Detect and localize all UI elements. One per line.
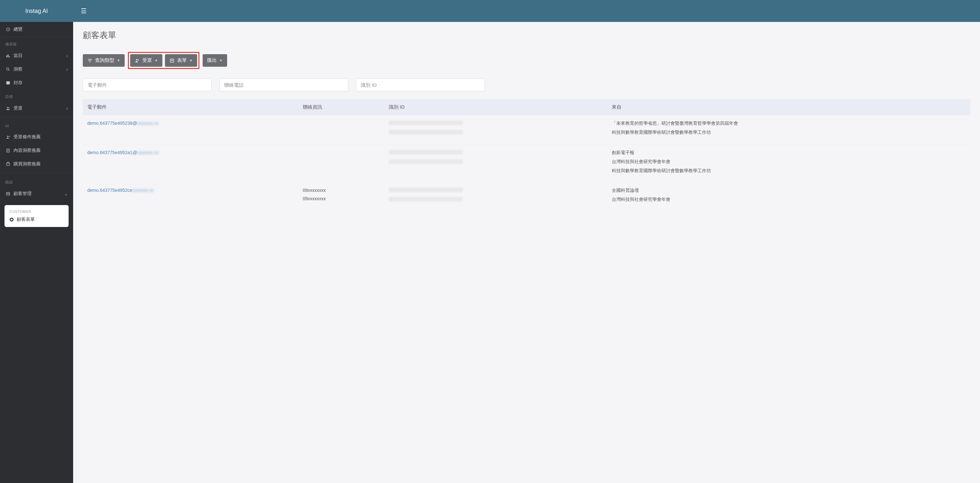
filter-icon [87, 58, 92, 63]
chevron-right-icon: › [66, 53, 68, 58]
sidebar-item-overview[interactable]: 總覽 [0, 22, 73, 37]
from-line: 「未來教育的哲學省思」研討會暨臺灣教育哲學學會第四屆年會 [612, 121, 966, 126]
sidebar-item-label: 總覽 [14, 26, 22, 32]
svg-point-14 [136, 59, 137, 60]
users-icon [5, 106, 11, 111]
caret-down-icon: ▼ [154, 59, 158, 62]
sidebar-item-label: 內容洞察推薦 [14, 148, 41, 153]
button-label: 查詢類型 [95, 57, 115, 64]
search-icon [5, 67, 11, 72]
sidebar-section-module: 模組 [0, 175, 73, 187]
email-filter-input[interactable] [83, 79, 212, 91]
brand-logo: Instag AI [0, 0, 73, 22]
from-line: 全國科普論壇 [612, 188, 966, 193]
sidebar-item-label: 洞察 [14, 67, 22, 72]
svg-point-8 [8, 107, 10, 108]
topbar: ☰ [73, 0, 980, 22]
sidebar: Instag AI 總覽 儀表板 當日 › 洞察 [0, 0, 73, 483]
caret-down-icon: ▼ [117, 59, 120, 62]
redacted [389, 130, 463, 134]
redacted [389, 121, 463, 125]
from-line: 台灣科技與社會研究學會年會 [612, 197, 966, 202]
svg-rect-11 [6, 163, 10, 166]
sidebar-section-dashboard: 儀表板 [0, 37, 73, 49]
from-cell: 全國科普論壇台灣科技與社會研究學會年會 [607, 182, 970, 212]
sidebar-item-archive[interactable]: 封存 [0, 76, 73, 90]
cart-icon [5, 162, 11, 166]
email-link[interactable]: demo.643775e495238@ [87, 121, 137, 126]
sidebar-section-goal: 目標 [0, 90, 73, 102]
svg-rect-1 [6, 56, 7, 57]
caret-down-icon: ▼ [189, 59, 192, 62]
divider [0, 173, 73, 173]
sidebar-item-insight[interactable]: 洞察 › [0, 62, 73, 76]
table-row: demo.643775e495238@xxxxxxx.xx「未來教育的哲學省思」… [83, 115, 970, 145]
caret-down-icon: ▼ [220, 59, 223, 62]
customer-table: 電子郵件 聯絡資訊 識別 ID 來自 demo.643775e495238@xx… [83, 99, 970, 212]
from-line: 創新電子報 [612, 150, 966, 156]
redacted: xxxxxxx.xx [137, 121, 159, 126]
sidebar-item-today[interactable]: 當日 › [0, 49, 73, 62]
email-link[interactable]: demo.643775e4952a1@ [87, 150, 137, 155]
from-line: 台灣科技與社會研究學會年會 [612, 159, 966, 165]
page-title: 顧客表單 [83, 30, 970, 41]
id-cell [384, 145, 607, 182]
sidebar-item-content-rec[interactable]: 內容洞察推薦 [0, 144, 73, 157]
sidebar-item-customer-form[interactable]: 顧客表單 [10, 217, 64, 223]
audience-button[interactable]: 受眾 ▼ [130, 54, 162, 67]
col-contact: 聯絡資訊 [298, 99, 384, 115]
redacted: xxxxxxx.xx [137, 150, 159, 155]
email-link[interactable]: demo.643775e4952ce [87, 188, 132, 193]
sidebar-item-audience[interactable]: 受眾 › [0, 102, 73, 115]
chevron-down-icon: ⌄ [64, 191, 68, 196]
sidebar-item-label: 封存 [14, 80, 22, 86]
id-card-icon [5, 191, 11, 196]
contact-cell [298, 115, 384, 145]
form-button[interactable]: 表單 ▼ [165, 54, 197, 67]
users-icon [135, 58, 140, 63]
contact-cell [298, 145, 384, 182]
svg-point-9 [7, 136, 8, 137]
active-dot-icon [10, 218, 14, 222]
subcard-label: CUSTOMER [10, 210, 64, 214]
svg-rect-2 [8, 54, 8, 57]
archive-icon [5, 81, 11, 85]
sidebar-item-label: 受眾 [14, 105, 22, 111]
query-type-button[interactable]: 查詢類型 ▼ [83, 54, 125, 67]
from-line: 科技與數學教育國際學術研討會暨數學教學工作坊 [612, 130, 966, 135]
document-icon [5, 148, 11, 153]
sidebar-item-label: 當日 [14, 53, 22, 59]
hamburger-icon[interactable]: ☰ [81, 7, 87, 15]
sidebar-section-ai: AI [0, 119, 73, 130]
svg-rect-3 [9, 56, 10, 57]
form-icon [169, 58, 175, 63]
col-email: 電子郵件 [83, 99, 298, 115]
toolbar: 查詢類型 ▼ 受眾 ▼ 表單 [83, 52, 970, 69]
from-line: 科技與數學教育國際學術研討會暨數學教學工作坊 [612, 168, 966, 174]
sidebar-item-customer-mgmt[interactable]: 顧客管理 ⌄ [0, 187, 73, 201]
id-filter-input[interactable] [356, 79, 485, 91]
highlighted-buttons: 受眾 ▼ 表單 ▼ [128, 52, 199, 69]
filter-row [83, 79, 970, 91]
svg-rect-5 [6, 82, 10, 84]
sidebar-subcard: CUSTOMER 顧客表單 [5, 205, 68, 227]
sidebar-item-label: 受眾條件推薦 [14, 134, 41, 140]
sidebar-item-purchase-rec[interactable]: 購買洞察推薦 [0, 157, 73, 171]
button-label: 受眾 [142, 57, 152, 64]
sidebar-item-audience-rec[interactable]: 受眾條件推薦 [0, 130, 73, 144]
user-plus-icon [5, 135, 11, 139]
from-cell: 創新電子報台灣科技與社會研究學會年會科技與數學教育國際學術研討會暨數學教學工作坊 [607, 145, 970, 182]
phone-filter-input[interactable] [220, 79, 348, 91]
export-button[interactable]: 匯出 ▼ [203, 54, 227, 67]
bar-icon [5, 54, 11, 58]
subcard-item-label: 顧客表單 [17, 217, 35, 223]
chevron-right-icon: › [66, 106, 68, 111]
svg-point-7 [7, 107, 8, 108]
id-cell [384, 182, 607, 212]
redacted [389, 188, 463, 192]
redacted: xxxxxxx.xx [132, 188, 154, 193]
svg-point-15 [138, 59, 138, 60]
redacted [389, 197, 463, 201]
button-label: 匯出 [207, 57, 217, 64]
svg-rect-12 [6, 193, 10, 195]
